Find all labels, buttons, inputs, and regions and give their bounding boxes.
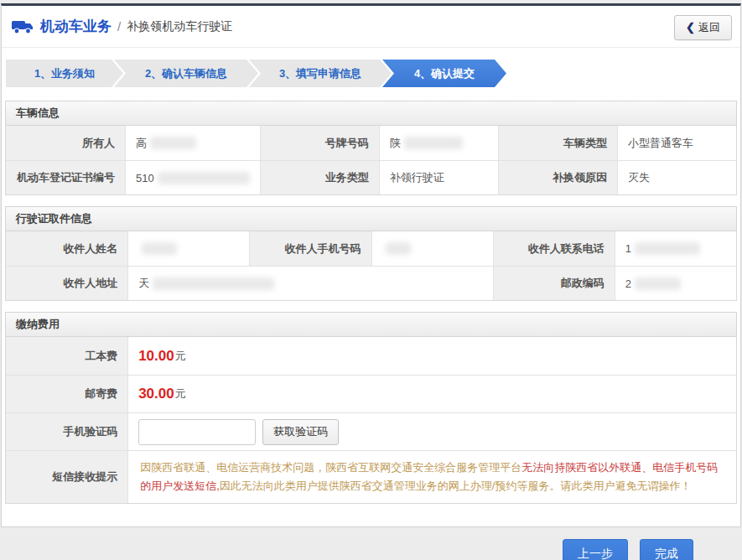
redacted-postal-code <box>635 277 681 290</box>
vehicle-type-label: 车辆类型 <box>498 126 617 160</box>
redacted-owner <box>150 137 196 149</box>
back-button-label: 返回 <box>698 21 720 34</box>
footer-actions: 上一步 完成 <box>0 527 742 560</box>
redacted-cert-number <box>158 172 250 184</box>
plate-number-value: 陕 <box>379 126 498 160</box>
finish-button[interactable]: 完成 <box>640 539 693 560</box>
postal-code-label: 邮政编码 <box>493 266 615 300</box>
get-captcha-button[interactable]: 获取验证码 <box>262 419 339 445</box>
sms-captcha-row: 获取验证码 <box>127 412 736 450</box>
redacted-recipient-address <box>153 277 274 290</box>
owner-label: 所有人 <box>6 126 125 160</box>
sms-notice-part1: 因陕西省联通、电信运营商技术问题，陕西省互联网交通安全综合服务管理平台 <box>140 461 521 474</box>
pickup-info-title: 行驶证取件信息 <box>5 206 737 231</box>
postal-code-value: 2 <box>615 266 736 300</box>
production-cost-value: 10.00元 <box>127 337 736 375</box>
page-title: 机动车业务 <box>40 17 112 36</box>
business-type-value: 补领行驶证 <box>379 160 498 194</box>
step-1-notice[interactable]: 1、业务须知 <box>6 60 123 87</box>
business-type-label: 业务类型 <box>260 160 379 194</box>
replace-reason-label: 补换领原因 <box>498 160 617 194</box>
postage-fee-label: 邮寄费 <box>6 375 127 412</box>
fees-section: 缴纳费用 工本费 10.00元 邮寄费 30.00元 手机验证码 获取验证码 短… <box>5 312 737 504</box>
pickup-info-table: 收件人姓名 收件人手机号码 收件人联系电话 1 收件人地址 天 邮政编码 2 <box>5 231 737 301</box>
registration-cert-label: 机动车登记证书编号 <box>6 160 125 194</box>
previous-step-button[interactable]: 上一步 <box>563 539 628 560</box>
fees-title: 缴纳费用 <box>5 312 737 337</box>
recipient-mobile-label: 收件人手机号码 <box>249 231 371 266</box>
back-button[interactable]: ❮返回 <box>674 15 732 40</box>
sms-notice-text: 因陕西省联通、电信运营商技术问题，陕西省互联网交通安全综合服务管理平台无法向持陕… <box>127 450 736 503</box>
truck-icon <box>12 19 34 34</box>
vehicle-info-table: 所有人 高 号牌号码 陕 车辆类型 小型普通客车 机动车登记证书编号 510 业… <box>5 126 737 195</box>
replace-reason-value: 灭失 <box>617 160 736 194</box>
recipient-address-label: 收件人地址 <box>6 266 127 300</box>
page-header: 机动车业务 / 补换领机动车行驶证 ❮返回 <box>2 6 740 48</box>
vehicle-info-title: 车辆信息 <box>5 101 737 126</box>
owner-value: 高 <box>125 126 260 160</box>
fees-table: 工本费 10.00元 邮寄费 30.00元 手机验证码 获取验证码 短信接收提示… <box>5 337 737 504</box>
breadcrumb-current: 补换领机动车行驶证 <box>127 19 232 34</box>
registration-cert-value: 510 <box>125 160 260 194</box>
step-2-confirm-vehicle[interactable]: 2、确认车辆信息 <box>114 60 258 87</box>
recipient-phone-label: 收件人联系电话 <box>493 231 615 266</box>
recipient-mobile-value <box>371 231 493 266</box>
pickup-info-section: 行驶证取件信息 收件人姓名 收件人手机号码 收件人联系电话 1 收件人地址 天 … <box>5 206 737 301</box>
back-chevron-icon: ❮ <box>686 21 695 34</box>
production-cost-label: 工本费 <box>6 337 127 375</box>
recipient-phone-value: 1 <box>615 231 736 266</box>
vehicle-type-value: 小型普通客车 <box>617 126 736 160</box>
step-wizard: 1、业务须知 2、确认车辆信息 3、填写申请信息 4、确认提交 <box>2 48 740 101</box>
sms-notice-label: 短信接收提示 <box>6 450 127 503</box>
vehicle-info-section: 车辆信息 所有人 高 号牌号码 陕 车辆类型 小型普通客车 机动车登记证书编号 … <box>5 101 737 195</box>
recipient-address-value: 天 <box>127 266 493 300</box>
plate-number-label: 号牌号码 <box>260 126 379 160</box>
sms-captcha-label: 手机验证码 <box>6 412 127 450</box>
postage-fee-value: 30.00元 <box>127 375 736 412</box>
redacted-recipient-mobile <box>386 242 411 255</box>
breadcrumb-separator: / <box>117 19 121 34</box>
recipient-name-value <box>127 231 249 266</box>
redacted-recipient-phone <box>635 242 700 255</box>
sms-notice-part3: 因此无法向此类用户提供陕西省交通管理业务的网上办理/预约等服务。请此类用户避免无… <box>220 480 692 492</box>
main-card: 机动车业务 / 补换领机动车行驶证 ❮返回 1、业务须知 2、确认车辆信息 3、… <box>1 3 741 527</box>
sms-captcha-input[interactable] <box>138 419 256 445</box>
redacted-plate <box>404 137 463 149</box>
recipient-name-label: 收件人姓名 <box>6 231 127 266</box>
redacted-recipient-name <box>142 242 177 255</box>
step-4-confirm-submit[interactable]: 4、确认提交 <box>382 60 506 87</box>
step-3-fill-application[interactable]: 3、填写申请信息 <box>249 60 392 87</box>
